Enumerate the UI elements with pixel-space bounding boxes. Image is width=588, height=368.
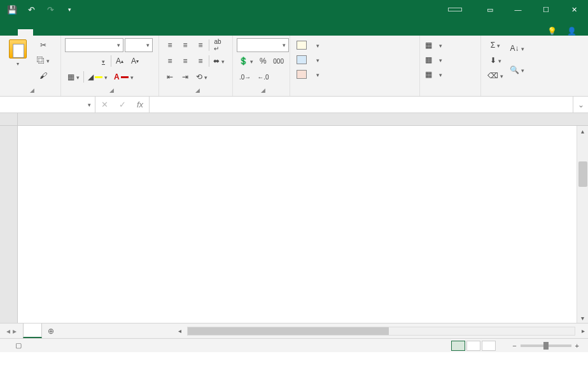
row-headers: [0, 126, 18, 323]
decrease-indent-button[interactable]: ⇤: [163, 70, 177, 84]
accounting-button[interactable]: 💲: [237, 54, 255, 68]
redo-icon[interactable]: ↷: [42, 2, 59, 17]
vscroll-thumb[interactable]: [578, 161, 587, 187]
italic-button[interactable]: [80, 54, 94, 68]
decrease-font-button[interactable]: A▾: [128, 54, 142, 68]
font-size-combo[interactable]: ▾: [125, 38, 153, 52]
underline-button[interactable]: [95, 54, 109, 68]
copy-button[interactable]: ⿻: [34, 53, 52, 67]
font-name-combo[interactable]: ▾: [65, 38, 123, 52]
ribbon-options-icon[interactable]: ▭: [477, 1, 503, 18]
format-painter-button[interactable]: 🖌: [34, 69, 52, 83]
align-center-button[interactable]: ≡: [178, 54, 192, 68]
sheet-nav-prev-icon[interactable]: ◂: [6, 327, 10, 336]
select-all-corner[interactable]: [0, 113, 18, 125]
view-normal-button[interactable]: [451, 341, 465, 351]
increase-indent-button[interactable]: ⇥: [178, 70, 192, 84]
conditional-formatting-button[interactable]: [294, 38, 416, 52]
fill-color-button[interactable]: ◢: [85, 70, 110, 84]
number-dialog-icon[interactable]: ◢: [261, 87, 265, 93]
format-cells-button[interactable]: ▦: [424, 67, 477, 81]
sheet-nav-next-icon[interactable]: ▸: [13, 327, 17, 336]
zoom-slider[interactable]: [521, 344, 571, 347]
tab-file[interactable]: [3, 29, 18, 36]
zoom-control[interactable]: − +: [512, 342, 583, 350]
borders-button[interactable]: ▦: [65, 70, 82, 84]
enter-formula-icon[interactable]: ✓: [113, 100, 131, 109]
scroll-up-icon[interactable]: ▴: [581, 126, 584, 136]
close-icon[interactable]: ✕: [561, 1, 587, 18]
align-bottom-button[interactable]: ≡: [193, 38, 207, 52]
insert-cells-button[interactable]: ▦: [424, 38, 477, 52]
scroll-down-icon[interactable]: ▾: [581, 313, 584, 323]
bold-button[interactable]: [65, 54, 79, 68]
minimize-icon[interactable]: —: [505, 1, 531, 18]
horizontal-scrollbar[interactable]: ◂ ▸: [60, 324, 588, 338]
scroll-left-icon[interactable]: ◂: [174, 327, 185, 334]
scroll-right-icon[interactable]: ▸: [578, 327, 588, 334]
tab-help[interactable]: [125, 29, 140, 36]
sheet-tab[interactable]: [23, 324, 42, 338]
cell-styles-icon: [297, 70, 307, 79]
tab-data[interactable]: [79, 29, 94, 36]
align-left-button[interactable]: ≡: [163, 54, 177, 68]
orientation-button[interactable]: ⟲: [193, 70, 210, 84]
maximize-icon[interactable]: ☐: [533, 1, 559, 18]
tab-home[interactable]: [18, 29, 33, 36]
autosum-button[interactable]: Σ: [485, 38, 506, 52]
expand-formula-bar-icon[interactable]: ⌄: [573, 97, 588, 112]
format-as-table-button[interactable]: [294, 53, 416, 67]
tab-formulas[interactable]: [64, 29, 79, 36]
tab-page-layout[interactable]: [48, 29, 64, 36]
share-button[interactable]: 👤: [567, 27, 579, 36]
undo-icon[interactable]: ↶: [23, 2, 39, 17]
merge-button[interactable]: ⬌: [211, 54, 227, 68]
percent-button[interactable]: %: [256, 54, 270, 68]
borders-icon: ▦: [67, 72, 74, 81]
cancel-formula-icon[interactable]: ✕: [95, 100, 113, 109]
increase-font-button[interactable]: A▴: [113, 54, 127, 68]
align-dialog-icon[interactable]: ◢: [195, 87, 200, 93]
clear-button[interactable]: ⌫: [485, 69, 506, 83]
fx-icon[interactable]: fx: [131, 100, 149, 109]
align-right-button[interactable]: ≡: [193, 54, 207, 68]
cell-styles-button[interactable]: [294, 67, 416, 81]
font-color-button[interactable]: A: [111, 70, 136, 84]
paste-button[interactable]: ▾: [4, 38, 32, 67]
macro-record-icon[interactable]: ▢: [15, 341, 22, 350]
font-dialog-icon[interactable]: ◢: [109, 87, 114, 93]
fill-button[interactable]: ⬇: [485, 53, 506, 67]
clipboard-dialog-icon[interactable]: ◢: [30, 87, 34, 93]
align-top-button[interactable]: ≡: [163, 38, 177, 52]
login-button[interactable]: [448, 8, 462, 11]
tab-view[interactable]: [109, 29, 125, 36]
cut-button[interactable]: ✂: [34, 38, 52, 52]
increase-decimal-button[interactable]: .0→: [237, 70, 253, 84]
view-page-layout-button[interactable]: [466, 341, 480, 351]
decrease-decimal-button[interactable]: ←.0: [255, 70, 271, 84]
vertical-scrollbar[interactable]: ▴ ▾: [577, 126, 588, 323]
qat-customize-icon[interactable]: ▾: [61, 2, 78, 17]
view-page-break-button[interactable]: [482, 341, 496, 351]
cells-area[interactable]: [18, 126, 588, 323]
save-icon[interactable]: 💾: [4, 2, 20, 17]
wrap-text-button[interactable]: ab↵: [211, 38, 225, 52]
formula-input[interactable]: [150, 97, 573, 112]
number-format-combo[interactable]: ▾: [237, 38, 289, 52]
name-box[interactable]: ▾: [0, 97, 95, 112]
delete-cells-button[interactable]: ▦: [424, 53, 477, 67]
delete-cells-icon: ▦: [425, 55, 432, 64]
zoom-out-icon[interactable]: −: [512, 342, 516, 350]
group-number: ▾ 💲 % 000 .0→ ←.0 ◢: [233, 36, 290, 96]
find-icon: 🔍: [510, 65, 519, 74]
tell-me-button[interactable]: 💡: [547, 27, 559, 36]
find-select-button[interactable]: 🔍: [507, 60, 527, 80]
add-sheet-button[interactable]: ⊕: [42, 324, 60, 338]
hscroll-thumb[interactable]: [188, 327, 389, 335]
tab-insert[interactable]: [33, 29, 48, 36]
sort-filter-button[interactable]: A↓: [507, 38, 527, 58]
align-middle-button[interactable]: ≡: [178, 38, 192, 52]
zoom-in-icon[interactable]: +: [575, 342, 579, 350]
tab-review[interactable]: [94, 29, 109, 36]
comma-button[interactable]: 000: [271, 54, 286, 68]
